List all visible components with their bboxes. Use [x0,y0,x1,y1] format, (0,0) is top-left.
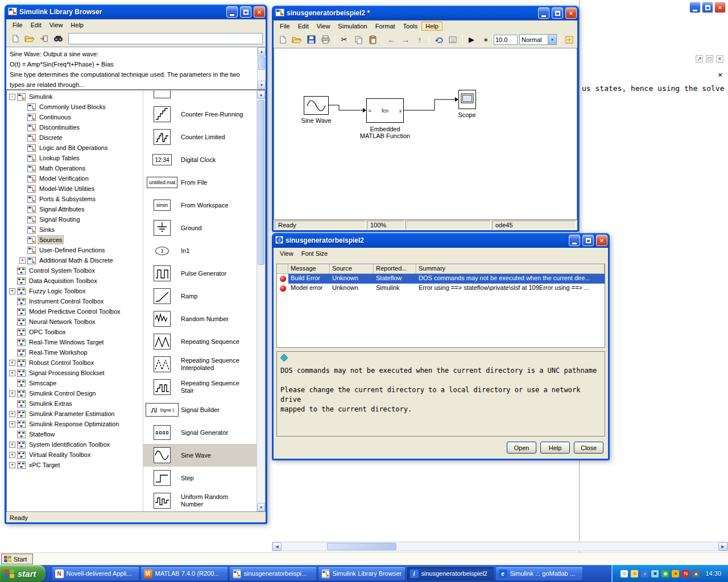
block-item-clipped[interactable] [143,90,257,103]
titlebar[interactable]: sinusgeneratorbeispiel2 * × [272,6,579,20]
block-item-from-workspace[interactable]: siminFrom Workspace [143,194,257,217]
tree-item-real-time-workshop[interactable]: Real-Time Workshop [7,347,143,357]
taskbar-button-simulink-gomatlab[interactable]: eSimulink .:. goMatlab ... [496,567,582,580]
background-horizontal-scrollbar[interactable]: ◀ ▶ [272,542,728,551]
menu-file[interactable]: File [276,22,294,31]
tree-item-sources[interactable]: Sources [7,235,143,245]
close-icon[interactable]: × [565,7,577,19]
network-icon[interactable]: ▲ [692,570,700,577]
tree-item-control-system-toolbox[interactable]: Control System Toolbox [7,265,143,276]
block-item-repeating-sequence-interpolated[interactable]: Repeating Sequence Interpolated [143,353,257,376]
tree-item-model-wide-utilities[interactable]: Model-Wide Utilities [7,184,143,194]
tree-item-lookup-tables[interactable]: Lookup Tables [7,153,143,163]
sine-wave-block[interactable] [304,96,329,115]
tree-item-signal-processing-blockset[interactable]: +Signal Processing Blockset [7,368,143,378]
collapse-icon[interactable]: - [9,94,15,100]
simulation-mode-select[interactable]: Normal ▼ [519,34,557,45]
close-icon[interactable]: × [596,235,607,246]
tree-item-simulink-control-design[interactable]: +Simulink Control Design [7,388,143,398]
tree-item-discontinuities[interactable]: Discontinuities [7,122,143,132]
block-list-scrollbar[interactable]: ▲ ▼ [257,90,265,512]
magnifier-icon[interactable]: ○ [621,570,628,577]
tree-item-stateflow[interactable]: Stateflow [7,429,143,439]
back-icon[interactable]: ← [385,34,398,46]
maximize-icon[interactable] [582,235,594,246]
undo-icon[interactable] [432,34,445,46]
scrollbar-thumb[interactable] [327,543,396,550]
close-button[interactable]: Close [574,442,603,454]
block-item-signal-builder[interactable]: Signal 1Signal Builder [143,398,257,421]
expand-icon[interactable]: + [9,390,15,397]
tree-item-instrument-control-toolbox[interactable]: Instrument Control Toolbox [7,296,143,306]
tree-item-model-predictive-control-toolbox[interactable]: Model Predictive Control Toolbox [7,306,143,317]
print-icon[interactable] [319,34,332,46]
taskbar-button-novell-delivered-appli[interactable]: NNovell-delivered Appli... [52,567,139,580]
tree-item-signal-attributes[interactable]: Signal Attributes [7,204,143,214]
scroll-down-icon[interactable]: ▼ [257,503,265,512]
tree-item-simscape[interactable]: Simscape [7,378,143,388]
block-item-uniform-random-number[interactable]: Uniform Random Number [143,489,257,512]
minimize-icon[interactable] [226,6,238,18]
tree-item-simulink-extras[interactable]: Simulink Extras [7,398,143,409]
update-icon[interactable]: ● [672,570,679,577]
column-header-summary[interactable]: Summary [416,264,605,274]
menu-simulation[interactable]: Simulation [334,22,371,31]
copy-icon[interactable] [352,34,365,46]
display-icon[interactable]: ■ [651,570,659,577]
tree-item-real-time-windows-target[interactable]: Real-Time Windows Target [7,337,143,347]
block-item-step[interactable]: Step [143,467,257,489]
tree-item-neural-network-toolbox[interactable]: Neural Network Toolbox [7,317,143,327]
menu-view[interactable]: View [46,20,67,30]
block-item-pulse-generator[interactable]: Pulse Generator [143,262,257,285]
tree-item-logic-and-bit-operations[interactable]: Logic and Bit Operations [7,143,143,153]
scrollbar-thumb[interactable] [258,100,264,265]
tree-item-simulink-parameter-estimation[interactable]: +Simulink Parameter Estimation [7,409,143,419]
forward-icon[interactable]: → [399,34,412,46]
menu-view[interactable]: View [313,22,334,31]
search-input[interactable] [68,33,263,44]
cut-icon[interactable]: ✂ [338,34,350,46]
maximize-icon[interactable] [552,7,563,19]
taskbar-button-simulink-library-browser[interactable]: Simulink Library Browser [318,567,405,580]
help-button[interactable]: Help [540,442,570,454]
open-button[interactable]: Open [507,442,536,454]
minimize-icon[interactable] [569,235,580,246]
block-item-random-number[interactable]: Random Number [143,307,257,330]
embedded-matlab-function-block[interactable]: u fcn y [366,98,404,123]
open-model-icon[interactable] [23,32,36,45]
block-item-ramp[interactable]: Ramp [143,285,257,307]
model-explorer-icon[interactable] [446,34,459,46]
menu-edit[interactable]: Edit [294,22,313,31]
tree-item-math-operations[interactable]: Math Operations [7,163,143,173]
start-simulation-icon[interactable]: ▶ [465,34,478,46]
tree-item-signal-routing[interactable]: Signal Routing [7,214,143,225]
model-canvas[interactable]: Sine Wave u fcn y Embedded MATLAB Functi… [274,48,577,220]
block-item-sine-wave[interactable]: Sine Wave [143,444,257,467]
taskbar-button-sinusgeneratorbeispi[interactable]: sinusgeneratorbeispi... [230,567,316,580]
tree-item-model-verification[interactable]: Model Verification [7,173,143,184]
block-item-from-file[interactable]: untitled.matFrom File [143,171,257,194]
column-header-item[interactable] [277,264,288,274]
minimize-icon[interactable] [689,2,701,13]
shield-icon[interactable]: ◆ [661,570,669,577]
titlebar[interactable]: Simulink Library Browser × [5,5,267,19]
column-header-source[interactable]: Source [330,264,374,274]
up-icon[interactable]: ↑ [413,34,426,46]
expand-icon[interactable]: + [9,360,15,366]
taskbar-button-sinusgeneratorbeispiel2[interactable]: isinusgeneratorbeispiel2 [407,567,494,580]
block-item-in1[interactable]: 1In1 [143,239,257,262]
scroll-left-icon[interactable]: ◀ [272,542,282,551]
expand-icon[interactable]: + [19,257,26,264]
menu-help[interactable]: Help [67,20,88,30]
tree-item-system-identification-toolbox[interactable]: +System Identification Toolbox [7,439,143,450]
start-button[interactable]: start [0,565,46,582]
menu-file[interactable]: File [9,20,27,30]
notes-icon[interactable]: ≡ [631,570,638,577]
block-item-counter-limited[interactable]: Counter Limited [143,126,257,148]
tree-item-sinks[interactable]: Sinks [7,225,143,235]
block-item-ground[interactable]: Ground [143,217,257,239]
tree-item-xpc-target[interactable]: +xPC Target [7,460,143,470]
undock-icon[interactable]: ↗ [696,55,703,63]
chevron-down-icon[interactable]: ▼ [548,35,556,44]
expand-icon[interactable]: + [9,421,15,427]
